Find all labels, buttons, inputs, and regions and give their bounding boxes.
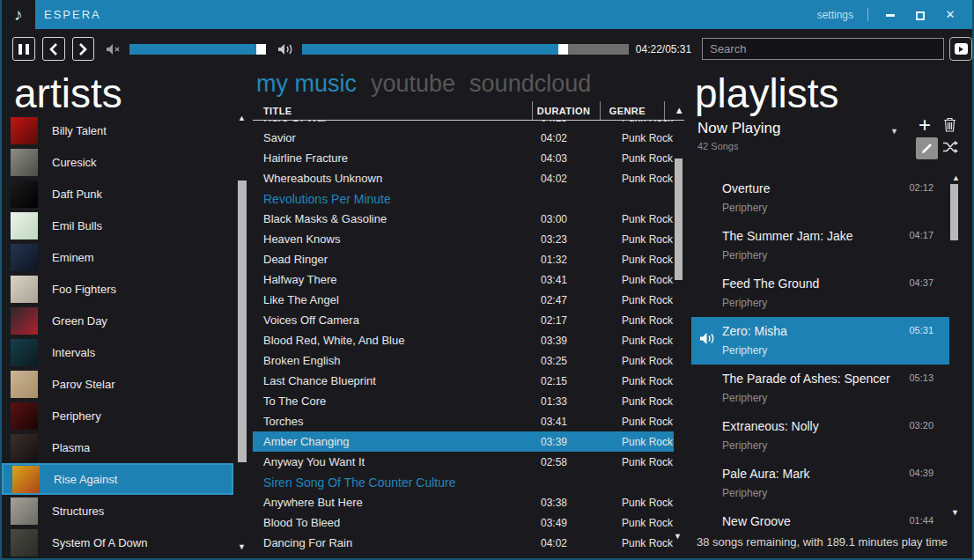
settings-link[interactable]: settings — [817, 9, 853, 21]
playlist-dropdown-chevron-icon[interactable]: ▼ — [890, 127, 898, 136]
column-genre[interactable]: GENRE — [600, 101, 662, 120]
artist-row[interactable]: Billy Talent — [2, 114, 233, 146]
song-duration: 03:00 — [532, 213, 604, 225]
song-title: Voices Off Camera — [253, 313, 532, 327]
song-row[interactable]: Black Masks & Gasoline03:00Punk Rock — [253, 209, 674, 229]
progress-thumb[interactable] — [558, 44, 568, 55]
song-duration: 03:39 — [532, 335, 604, 347]
playlist-item[interactable]: The Summer Jam: JakePeriphery04:17 — [684, 222, 972, 269]
song-row[interactable]: Blood Red, White, And Blue03:39Punk Rock — [253, 330, 674, 350]
add-playlist-button[interactable]: + — [919, 114, 931, 136]
song-row[interactable]: Heaven Knows03:23Punk Rock — [253, 229, 674, 249]
maximize-button[interactable] — [912, 8, 928, 21]
app-logo-music-note-icon: ♪ — [2, 0, 35, 29]
next-button[interactable] — [72, 37, 95, 61]
song-title: Amber Changing — [253, 435, 532, 448]
playlist-item[interactable]: Zero: MishaPeriphery05:31 — [691, 317, 949, 365]
pause-button[interactable] — [12, 37, 35, 61]
album-header-row[interactable]: Revolutions Per Minute — [253, 188, 684, 209]
volume-slider[interactable] — [129, 44, 265, 55]
progress-remaining — [558, 44, 629, 55]
song-row[interactable]: Halfway There03:41Punk Rock — [253, 269, 674, 290]
library-scroll-up-icon[interactable]: ▲ — [675, 107, 684, 114]
close-button[interactable]: ✕ — [942, 8, 958, 21]
time-label: 04:22/05:31 — [636, 43, 691, 55]
artist-row[interactable]: Green Day — [2, 305, 233, 336]
song-row[interactable]: Dancing For Rain04:02Punk Rock — [253, 533, 674, 553]
previous-button[interactable] — [42, 37, 65, 61]
tab-youtube[interactable]: youtube — [371, 70, 455, 98]
song-row[interactable]: Like The Angel02:47Punk Rock — [253, 290, 674, 310]
song-duration: 03:39 — [532, 436, 604, 448]
progress-slider[interactable] — [302, 44, 629, 55]
playlist-song-title: The Parade of Ashes: Spencer — [722, 372, 933, 386]
artist-row[interactable]: Intervals — [2, 336, 233, 368]
column-title[interactable]: TITLE — [253, 106, 532, 116]
song-row[interactable]: Blood To Bleed03:49Punk Rock — [253, 512, 674, 533]
song-row[interactable]: Broken English03:25Punk Rock — [253, 350, 674, 371]
song-row[interactable]: Voices Off Camera02:17Punk Rock — [253, 310, 674, 330]
artists-scrollbar[interactable] — [238, 181, 247, 462]
song-row[interactable]: Dead Ringer01:32Punk Rock — [253, 249, 674, 269]
artists-scroll-down-icon[interactable]: ▼ — [238, 543, 246, 551]
library-scrollbar[interactable] — [675, 158, 683, 280]
artist-row[interactable]: Emil Bulls — [2, 210, 233, 241]
playlist-song-artist: Periphery — [722, 344, 911, 357]
playlist-item[interactable]: The Parade of Ashes: SpencerPeriphery05:… — [684, 365, 972, 412]
song-row[interactable]: Savior04:02Punk Rock — [253, 128, 674, 148]
playlist-scrollbar[interactable] — [950, 184, 958, 240]
song-duration: 03:49 — [532, 517, 604, 529]
tab-soundcloud[interactable]: soundcloud — [469, 70, 591, 98]
song-genre: Punk Rock — [604, 173, 674, 185]
library-scroll-down-icon[interactable]: ▼ — [674, 533, 682, 541]
song-row[interactable]: Amber Changing03:39Punk Rock — [253, 431, 674, 452]
column-duration[interactable]: DURATION — [532, 101, 600, 120]
song-title: Savior — [253, 131, 532, 144]
playlist-item[interactable]: Pale Aura: MarkPeriphery04:39 — [684, 460, 972, 507]
minimize-button[interactable] — [882, 8, 898, 21]
artist-row[interactable]: Curesick — [2, 146, 233, 178]
song-duration: 01:32 — [532, 254, 604, 266]
album-art-thumbnail — [11, 276, 38, 303]
artist-row[interactable]: Daft Punk — [2, 178, 233, 210]
artist-name: Periphery — [52, 409, 101, 423]
mute-icon[interactable] — [107, 44, 121, 55]
artist-name: Structures — [52, 505, 104, 518]
song-row[interactable]: Anywhere But Here03:38Punk Rock — [253, 492, 674, 512]
artist-row[interactable]: Plasma — [2, 431, 233, 463]
delete-playlist-button[interactable] — [943, 117, 956, 132]
playlist-song-duration: 05:31 — [909, 325, 933, 335]
artist-row[interactable]: Foo Fighters — [2, 273, 233, 305]
artist-name: Intervals — [52, 346, 95, 359]
playlist-item[interactable]: Extraneous: NollyPeriphery03:20 — [684, 412, 972, 460]
artist-row[interactable]: Rise Against — [2, 463, 233, 495]
song-row[interactable]: Anyway You Want It02:58Punk Rock — [253, 452, 674, 472]
artist-row[interactable]: Eminem — [2, 241, 233, 273]
song-row[interactable]: Whereabouts Unknown04:02Punk Rock — [253, 168, 674, 188]
artist-name: Foo Fighters — [52, 283, 116, 296]
shuffle-button[interactable] — [942, 141, 958, 153]
artist-row[interactable]: Parov Stelar — [2, 368, 233, 400]
playlist-item[interactable]: OverturePeriphery02:12 — [684, 174, 972, 222]
playlist-name[interactable]: Now Playing — [697, 120, 781, 137]
artist-row[interactable]: Periphery — [2, 400, 233, 431]
volume-thumb[interactable] — [256, 44, 266, 55]
song-duration: 03:38 — [532, 497, 604, 509]
artist-row[interactable]: System Of A Down — [2, 527, 233, 558]
song-title: Blood Red, White, And Blue — [253, 334, 532, 347]
edit-playlist-button[interactable] — [916, 137, 938, 159]
youtube-button[interactable] — [949, 37, 972, 61]
artist-row[interactable]: Structures — [2, 495, 233, 527]
playlist-item[interactable]: Feed The GroundPeriphery04:37 — [684, 269, 972, 317]
progress-fill — [302, 44, 558, 55]
library-table-header: TITLE DURATION GENRE ▲ — [253, 101, 684, 121]
song-row[interactable]: Hairline Fracture04:03Punk Rock — [253, 148, 674, 168]
tab-my-music[interactable]: my music — [256, 70, 357, 98]
volume-high-icon[interactable] — [278, 44, 293, 55]
playlist-scroll-down-icon[interactable]: ▼ — [951, 509, 959, 517]
song-row[interactable]: Last Chance Blueprint02:15Punk Rock — [253, 371, 674, 391]
song-row[interactable]: Torches03:41Punk Rock — [253, 411, 674, 431]
album-header-row[interactable]: Siren Song Of The Counter Culture — [253, 472, 684, 492]
search-input[interactable] — [702, 38, 944, 60]
song-row[interactable]: To The Core01:33Punk Rock — [253, 391, 674, 411]
